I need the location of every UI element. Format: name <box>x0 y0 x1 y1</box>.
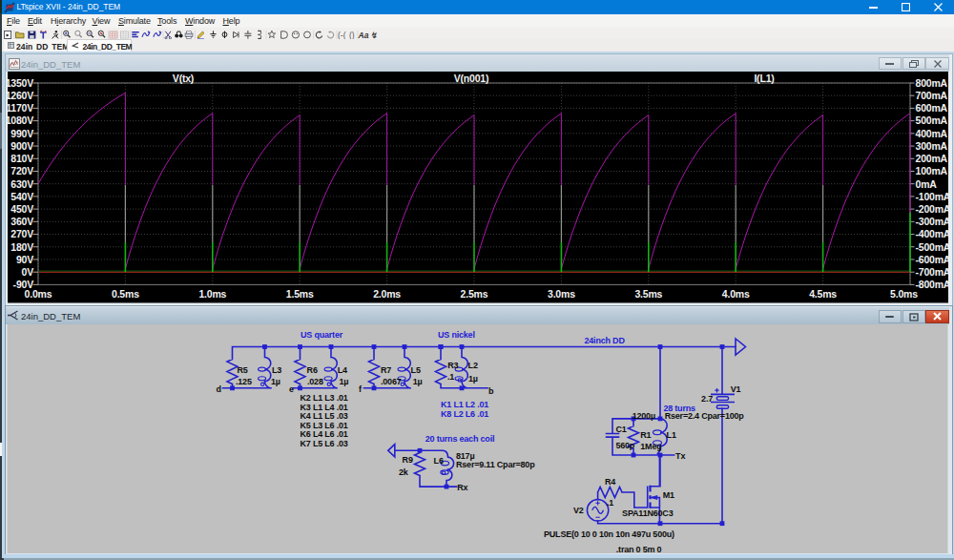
svg-text:100mA: 100mA <box>916 165 948 176</box>
svg-text:-100mA: -100mA <box>916 191 950 202</box>
svg-text:Rser=9.11 Cpar=80p: Rser=9.11 Cpar=80p <box>456 460 535 469</box>
svg-text:2.5ms: 2.5ms <box>461 288 488 300</box>
svg-text:Aa: Aa <box>358 30 369 39</box>
svg-text:R4: R4 <box>605 477 615 487</box>
svg-text:1350V: 1350V <box>6 77 33 89</box>
svg-text:V1: V1 <box>731 384 741 393</box>
svg-text:360V: 360V <box>10 216 33 227</box>
svg-text:1200µ: 1200µ <box>633 410 655 420</box>
svg-text:L5: L5 <box>411 365 421 375</box>
svg-text:0.0ms: 0.0ms <box>25 288 52 300</box>
svg-text:b: b <box>488 385 494 395</box>
svg-text:Tx: Tx <box>675 451 685 461</box>
svg-text:-200mA: -200mA <box>916 203 950 215</box>
svg-text:300mA: 300mA <box>916 140 948 152</box>
svg-text:400mA: 400mA <box>916 128 948 139</box>
svg-text:(-(: (-( <box>338 30 346 39</box>
svg-text:.1: .1 <box>447 371 454 381</box>
svg-text:1µ: 1µ <box>468 374 478 384</box>
svg-text:K8 L2 L6 .01: K8 L2 L6 .01 <box>441 408 488 418</box>
svg-text:(): () <box>349 30 355 39</box>
svg-text:1Meg: 1Meg <box>640 441 661 450</box>
svg-text:2.7: 2.7 <box>701 394 713 404</box>
svg-text:20 turns each coil: 20 turns each coil <box>425 434 494 444</box>
svg-text:1260V: 1260V <box>6 90 33 101</box>
svg-text:US nickel: US nickel <box>438 329 475 339</box>
svg-text:500mA: 500mA <box>916 114 948 126</box>
svg-text:600mA: 600mA <box>916 102 948 114</box>
svg-text:4.0ms: 4.0ms <box>722 288 750 300</box>
svg-text:↯: ↯ <box>370 30 378 39</box>
svg-text:V(n001): V(n001) <box>454 73 489 84</box>
svg-text:1170V: 1170V <box>6 102 33 114</box>
svg-text:-600mA: -600mA <box>916 254 950 265</box>
svg-text:810V: 810V <box>10 153 33 164</box>
svg-text:K6 L4 L6 .01: K6 L4 L6 .01 <box>301 429 348 439</box>
svg-text:1.5ms: 1.5ms <box>286 288 314 300</box>
svg-text:5.0ms: 5.0ms <box>890 288 918 300</box>
svg-text:C1: C1 <box>615 424 626 433</box>
svg-text:K3 L1 L4 .01: K3 L1 L4 .01 <box>301 402 348 411</box>
svg-text:450V: 450V <box>10 203 33 215</box>
svg-text:L6: L6 <box>434 455 444 465</box>
svg-text:540V: 540V <box>10 191 33 202</box>
svg-text:K4 L1 L5 .03: K4 L1 L5 .03 <box>301 411 348 421</box>
svg-text:800mA: 800mA <box>916 77 948 89</box>
svg-text:1µ: 1µ <box>413 376 423 385</box>
svg-text:L1: L1 <box>667 430 676 440</box>
svg-text:M1: M1 <box>663 490 674 500</box>
svg-text:I(L1): I(L1) <box>754 73 774 84</box>
svg-text:-400mA: -400mA <box>916 228 950 239</box>
svg-text:720V: 720V <box>10 165 33 176</box>
svg-text:630V: 630V <box>10 178 33 190</box>
svg-text:PULSE(0 10 0 10n 10n 497u 500u: PULSE(0 10 0 10n 10n 497u 500u) <box>544 529 674 538</box>
svg-text:180V: 180V <box>10 241 33 253</box>
svg-text:-700mA: -700mA <box>916 266 950 278</box>
svg-text:R9: R9 <box>403 454 413 464</box>
svg-text:3.0ms: 3.0ms <box>548 288 575 300</box>
svg-text:Rx: Rx <box>457 483 467 492</box>
svg-text:817µ: 817µ <box>456 450 474 460</box>
svg-text:L2: L2 <box>468 361 478 370</box>
svg-text:0mA: 0mA <box>916 178 938 190</box>
svg-text:560p: 560p <box>615 440 634 449</box>
svg-text:.1: .1 <box>607 497 613 507</box>
svg-text:0V: 0V <box>22 266 34 278</box>
svg-text:Rser=2.4 Cpar=100p: Rser=2.4 Cpar=100p <box>665 411 745 421</box>
svg-text:0.5ms: 0.5ms <box>112 288 139 300</box>
svg-text:K5 L3 L6 .01: K5 L3 L6 .01 <box>301 420 348 429</box>
svg-text:1µ: 1µ <box>271 376 280 385</box>
svg-text:-300mA: -300mA <box>916 216 950 227</box>
svg-text:R7: R7 <box>381 365 391 375</box>
svg-text:L4: L4 <box>338 365 347 375</box>
svg-text:1.0ms: 1.0ms <box>198 288 226 300</box>
svg-text:R5: R5 <box>238 365 248 375</box>
svg-text:-800mA: -800mA <box>916 279 950 290</box>
svg-text:K7 L5 L6 .03: K7 L5 L6 .03 <box>301 439 348 448</box>
svg-text:SPA11N60C3: SPA11N60C3 <box>622 508 674 517</box>
svg-text:200mA: 200mA <box>916 153 948 164</box>
svg-text:K1 L1 L2 .01: K1 L1 L2 .01 <box>441 400 488 409</box>
svg-text:2k: 2k <box>399 467 409 477</box>
svg-text:d: d <box>216 384 220 394</box>
svg-text:R6: R6 <box>307 365 318 375</box>
svg-text:3.5ms: 3.5ms <box>634 288 662 300</box>
svg-text:90V: 90V <box>16 254 33 265</box>
svg-text:R3: R3 <box>447 361 458 370</box>
svg-text:2.0ms: 2.0ms <box>373 288 401 300</box>
svg-text:1080V: 1080V <box>6 114 33 126</box>
svg-text:24inch DD: 24inch DD <box>585 336 626 345</box>
svg-text:700mA: 700mA <box>916 90 948 101</box>
svg-text:.125: .125 <box>236 376 252 385</box>
svg-text:900V: 900V <box>10 140 33 152</box>
svg-text:US quarter: US quarter <box>301 329 343 339</box>
svg-text:V2: V2 <box>573 506 584 515</box>
svg-text:R1: R1 <box>640 429 651 439</box>
svg-text:1µ: 1µ <box>339 376 348 385</box>
svg-text:V(tx): V(tx) <box>173 73 194 84</box>
svg-text:4.5ms: 4.5ms <box>809 288 837 300</box>
svg-text:-500mA: -500mA <box>916 241 950 253</box>
svg-text:e: e <box>289 384 294 394</box>
svg-text:L3: L3 <box>272 365 281 375</box>
svg-text:990V: 990V <box>10 128 33 139</box>
